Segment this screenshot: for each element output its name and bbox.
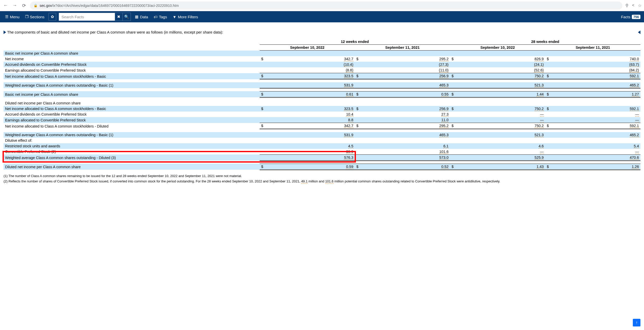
fact[interactable]: — bbox=[540, 150, 544, 154]
fact[interactable]: (27.3) bbox=[439, 62, 449, 67]
hamburger-icon: ☰ bbox=[5, 14, 8, 19]
fact[interactable]: 531.9 bbox=[344, 83, 353, 87]
fact[interactable]: 5.4 bbox=[634, 144, 639, 148]
fact[interactable]: 521.3 bbox=[535, 133, 544, 137]
fact[interactable]: 39.9 bbox=[346, 150, 353, 154]
fact[interactable]: (8.8) bbox=[346, 68, 353, 72]
fact[interactable]: 10.4 bbox=[346, 112, 353, 117]
fact[interactable]: (63.7) bbox=[629, 62, 639, 67]
fact[interactable]: 1.44 bbox=[537, 92, 544, 97]
fact[interactable]: 592.1 bbox=[630, 74, 639, 78]
next-fact-caret[interactable] bbox=[638, 30, 640, 34]
fact[interactable]: — bbox=[540, 112, 544, 117]
table-intro: The components of basic and diluted net … bbox=[7, 30, 637, 34]
fact[interactable]: 750.2 bbox=[535, 124, 544, 128]
fact[interactable]: — bbox=[540, 118, 544, 122]
fact[interactable]: 11.0 bbox=[441, 118, 448, 122]
fact[interactable]: 342.7 bbox=[344, 124, 353, 128]
row-earn-alloc: Earnings allocated to Convertible Prefer… bbox=[4, 67, 640, 73]
fact[interactable]: (24.1) bbox=[534, 62, 544, 67]
fact[interactable]: 465.3 bbox=[439, 133, 448, 137]
search-submit-button[interactable]: 🔍 bbox=[122, 13, 131, 21]
fact[interactable]: — bbox=[635, 150, 639, 154]
fact[interactable]: (84.2) bbox=[629, 68, 639, 72]
row-conv-pref: Convertible Preferred Stock (2) 39.9 101… bbox=[4, 149, 640, 155]
fact[interactable]: 0.61 bbox=[346, 92, 353, 97]
row-basic-header: Basic net income per Class A common shar… bbox=[4, 51, 640, 56]
fact[interactable]: 521.3 bbox=[535, 83, 544, 87]
fact[interactable]: 531.9 bbox=[344, 133, 353, 137]
fact[interactable]: 256.9 bbox=[439, 74, 448, 78]
fact[interactable]: 342.7 bbox=[344, 57, 353, 61]
fact[interactable]: 295.2 bbox=[439, 124, 448, 128]
search-icon: 🔍 bbox=[124, 14, 129, 19]
clear-icon: ✖ bbox=[117, 14, 120, 19]
fact[interactable]: 6.1 bbox=[443, 144, 448, 148]
fact[interactable]: — bbox=[635, 118, 639, 122]
layers-icon: ❒ bbox=[25, 14, 28, 19]
fact[interactable]: 1.26 bbox=[632, 165, 639, 169]
share-icon[interactable]: < bbox=[632, 3, 634, 8]
fact[interactable]: — bbox=[635, 112, 639, 117]
fact[interactable]: 8.8 bbox=[348, 118, 353, 122]
fact[interactable]: (10.4) bbox=[344, 62, 353, 67]
facts-counter[interactable]: Facts 756 bbox=[621, 15, 640, 19]
fact[interactable]: (11.0) bbox=[439, 68, 449, 72]
fact[interactable]: 0.52 bbox=[441, 165, 448, 169]
tags-button[interactable]: 🏷Tags bbox=[152, 14, 169, 20]
footnote-2: (2) Reflects the number of shares of Con… bbox=[4, 179, 640, 184]
fact[interactable]: 573.0 bbox=[439, 155, 448, 160]
search-clear-button[interactable]: ✖ bbox=[115, 13, 122, 21]
fact[interactable]: 49.1 bbox=[301, 179, 307, 183]
row-wavg-basic: Weighted average Class A common shares o… bbox=[4, 82, 640, 88]
more-filters-button[interactable]: ▼More Filters bbox=[171, 14, 199, 20]
data-button[interactable]: ▦Data bbox=[133, 13, 150, 20]
date-header-row: September 10, 2022 September 11, 2021 Se… bbox=[4, 45, 640, 51]
search-input[interactable] bbox=[59, 15, 115, 19]
fact[interactable]: 470.6 bbox=[630, 155, 639, 160]
fact[interactable]: 0.59 bbox=[346, 165, 353, 169]
fact[interactable]: 750.2 bbox=[535, 107, 544, 111]
fact[interactable]: 465.2 bbox=[630, 83, 639, 87]
tag-icon: 🏷 bbox=[154, 15, 158, 19]
fact[interactable]: 295.2 bbox=[439, 57, 448, 61]
fact[interactable]: 256.9 bbox=[439, 107, 448, 111]
forward-icon[interactable]: → bbox=[12, 3, 18, 8]
fact[interactable]: 101.6 bbox=[439, 150, 448, 154]
menu-button[interactable]: ☰Menu bbox=[4, 13, 21, 20]
sections-button[interactable]: ❒Sections bbox=[24, 13, 46, 20]
footnote-1: (1) The number of Class A common shares … bbox=[4, 174, 640, 178]
prev-fact-caret[interactable] bbox=[4, 30, 6, 34]
fact[interactable]: 101.6 bbox=[325, 179, 334, 183]
row-ni-basic: Net income allocated to Class A common s… bbox=[4, 73, 640, 79]
fact[interactable]: 4.5 bbox=[348, 144, 353, 148]
back-icon[interactable]: ← bbox=[3, 3, 9, 8]
fact[interactable]: 592.1 bbox=[630, 124, 639, 128]
fact[interactable]: 750.2 bbox=[535, 74, 544, 78]
row-ni-basic2: Net income allocated to Class A common s… bbox=[4, 106, 640, 112]
fact[interactable]: 0.55 bbox=[441, 92, 448, 97]
zoom-icon[interactable]: ⚲ bbox=[625, 3, 629, 8]
fact[interactable]: 826.9 bbox=[535, 57, 544, 61]
settings-button[interactable]: ✿ bbox=[49, 13, 56, 21]
fact[interactable]: 465.3 bbox=[439, 83, 448, 87]
reload-icon[interactable]: ⟳ bbox=[21, 3, 27, 8]
fact[interactable]: 592.1 bbox=[630, 107, 639, 111]
fact[interactable]: 525.9 bbox=[535, 155, 544, 160]
fact[interactable]: 323.5 bbox=[344, 107, 353, 111]
fact[interactable]: 1.27 bbox=[632, 92, 639, 97]
fact[interactable]: 27.3 bbox=[441, 112, 448, 117]
fact[interactable]: 465.2 bbox=[630, 133, 639, 137]
star-icon[interactable]: ☆ bbox=[638, 3, 641, 8]
url-bar[interactable]: 🔒 sec.gov/ix?doc=/Archives/edgar/data/16… bbox=[30, 2, 622, 10]
fact[interactable]: 323.5 bbox=[344, 74, 353, 78]
fact[interactable]: 1.43 bbox=[537, 165, 544, 169]
fact[interactable]: (52.6) bbox=[534, 68, 544, 72]
filter-icon: ▼ bbox=[172, 15, 176, 19]
row-wavg-basic2: Weighted average Class A common shares o… bbox=[4, 132, 640, 138]
row-diluted-header: Diluted net income per Class A common sh… bbox=[4, 100, 640, 106]
fact[interactable]: 4.6 bbox=[539, 144, 544, 148]
fact[interactable]: 576.3 bbox=[344, 155, 353, 160]
row-wavg-diluted: Weighted average Class A common shares o… bbox=[4, 154, 640, 161]
fact[interactable]: 740.0 bbox=[630, 57, 639, 61]
